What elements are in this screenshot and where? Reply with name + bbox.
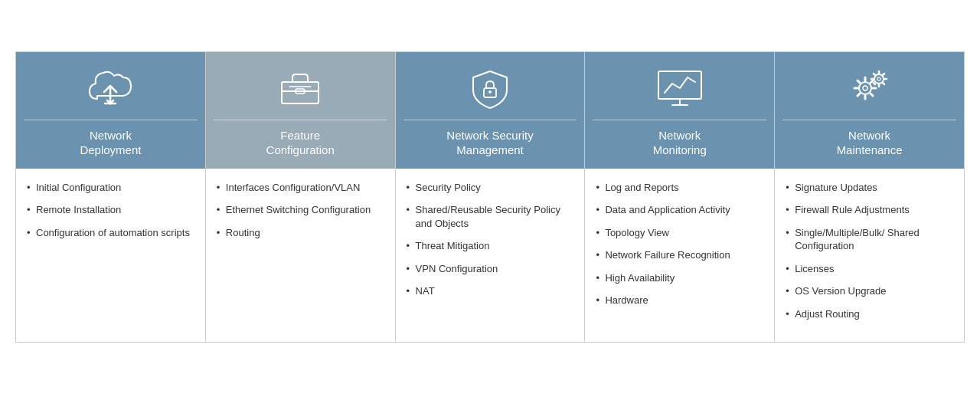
list-item: Interfaces Configuration/VLAN [217, 181, 384, 195]
toolbox-icon [273, 66, 327, 112]
column-body-1: Initial Configuration Remote Installatio… [16, 169, 205, 343]
column-title-5: NetworkMaintenance [782, 120, 956, 158]
list-item: Ethernet Switching Configuration [217, 203, 384, 217]
column-list-3: Security Policy Shared/Reusable Security… [407, 181, 574, 298]
list-item: NAT [407, 284, 574, 298]
column-title-4: NetworkMonitoring [593, 120, 766, 158]
list-item: Single/Multiple/Bulk/ Shared Configurati… [786, 226, 953, 253]
list-item: Configuration of automation scripts [27, 226, 194, 240]
svg-point-24 [877, 77, 880, 80]
main-container: NetworkDeployment Initial Configuration … [15, 51, 965, 343]
column-header-1: NetworkDeployment [16, 52, 205, 169]
list-item: Threat Mitigation [407, 239, 574, 253]
column-header-3: Network SecurityManagement [396, 52, 585, 169]
column-feature-configuration: FeatureConfiguration Interfaces Configur… [206, 52, 396, 343]
column-header-5: NetworkMaintenance [775, 52, 964, 169]
column-body-2: Interfaces Configuration/VLAN Ethernet S… [206, 169, 395, 343]
svg-point-13 [859, 82, 871, 94]
svg-line-29 [874, 74, 875, 75]
column-network-deployment: NetworkDeployment Initial Configuration … [16, 52, 206, 343]
svg-line-30 [883, 83, 884, 84]
column-title-3: Network SecurityManagement [403, 120, 577, 158]
column-network-monitoring: NetworkMonitoring Log and Reports Data a… [585, 52, 775, 343]
svg-rect-10 [658, 71, 701, 99]
list-item: Security Policy [407, 181, 574, 195]
gear-icon [843, 66, 897, 112]
column-list-2: Interfaces Configuration/VLAN Ethernet S… [217, 181, 384, 240]
svg-rect-4 [282, 82, 318, 103]
column-list-5: Signature Updates Firewall Rule Adjustme… [786, 181, 953, 321]
list-item: VPN Configuration [407, 262, 574, 276]
column-body-3: Security Policy Shared/Reusable Security… [396, 169, 585, 343]
svg-line-21 [871, 80, 873, 83]
shield-lock-icon [463, 66, 517, 112]
list-item: Remote Installation [27, 203, 194, 217]
svg-point-9 [488, 90, 491, 93]
column-body-5: Signature Updates Firewall Rule Adjustme… [775, 169, 964, 343]
svg-line-31 [883, 74, 884, 75]
list-item: Firewall Rule Adjustments [786, 203, 953, 217]
list-item: Licenses [786, 262, 953, 276]
svg-line-22 [858, 94, 860, 96]
column-network-maintenance: NetworkMaintenance Signature Updates Fir… [775, 52, 964, 343]
list-item: Signature Updates [786, 181, 953, 195]
svg-line-19 [858, 80, 860, 83]
list-item: Adjust Routing [786, 307, 953, 321]
column-title-1: NetworkDeployment [24, 120, 198, 158]
list-item: High Availability [596, 271, 763, 285]
column-body-4: Log and Reports Data and Application Act… [585, 169, 774, 343]
column-header-2: FeatureConfiguration [206, 52, 395, 169]
list-item: Hardware [596, 294, 763, 307]
svg-line-32 [874, 83, 875, 84]
svg-line-20 [871, 94, 873, 96]
column-title-2: FeatureConfiguration [214, 120, 387, 158]
list-item: Data and Application Activity [596, 203, 763, 217]
monitor-chart-icon [653, 66, 707, 112]
column-list-1: Initial Configuration Remote Installatio… [27, 181, 194, 240]
list-item: Initial Configuration [27, 181, 194, 195]
column-header-4: NetworkMonitoring [585, 52, 774, 169]
list-item: Log and Reports [596, 181, 763, 195]
list-item: Topology View [596, 226, 763, 240]
cloud-upload-icon [83, 66, 137, 112]
svg-point-14 [863, 86, 867, 90]
list-item: OS Version Upgrade [786, 284, 953, 298]
column-list-4: Log and Reports Data and Application Act… [596, 181, 763, 307]
list-item: Shared/Reusable Security Policy and Obje… [407, 203, 574, 230]
column-network-security: Network SecurityManagement Security Poli… [396, 52, 586, 343]
list-item: Network Failure Recognition [596, 248, 763, 262]
list-item: Routing [217, 226, 384, 240]
